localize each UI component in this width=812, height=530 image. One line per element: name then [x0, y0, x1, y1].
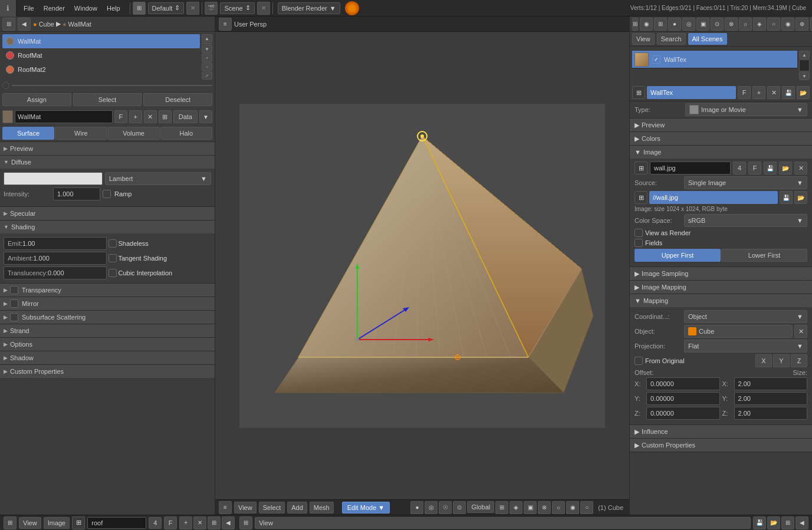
bottom-icon[interactable]: ⊞ [4, 516, 17, 529]
vp-icon-5[interactable]: ⊞ [495, 501, 508, 514]
tex-open-btn[interactable]: 📂 [797, 86, 810, 99]
mat-x-button[interactable]: ✕ [144, 110, 157, 123]
scene-icon[interactable]: 🎬 [205, 2, 218, 15]
workspace-grid-icon[interactable]: ⊞ [133, 2, 146, 15]
z-axis-btn[interactable]: Z [791, 354, 807, 367]
path-open-btn[interactable]: 📂 [794, 191, 807, 204]
right-tab-all-scenes[interactable]: All Scenes [688, 33, 727, 45]
section-diffuse-header[interactable]: ▼ Diffuse ··· [0, 156, 215, 169]
mirror-checkbox[interactable] [10, 299, 18, 308]
x-size-field[interactable]: 2.00 [734, 377, 808, 390]
workspace-close-icon[interactable]: ✕ [186, 2, 199, 15]
scroll-up[interactable]: ▲ [202, 34, 212, 42]
type-dropdown[interactable]: Image or Movie ▼ [685, 103, 807, 116]
material-item-wallmat[interactable]: WallMat [2, 34, 200, 48]
vp-icon-11[interactable]: ○ [580, 501, 593, 514]
tex-plus-btn[interactable]: + [752, 86, 765, 99]
vp-icon-1[interactable]: ● [410, 501, 423, 514]
right-tab-search[interactable]: Search [657, 33, 686, 45]
menu-help[interactable]: Help [102, 4, 125, 13]
bottom-icon-3[interactable]: ⊞ [208, 516, 221, 529]
right-mapping-header[interactable]: ▼ Mapping ··· [630, 294, 812, 307]
bottom-view-field[interactable]: View [255, 517, 751, 529]
image-num-btn[interactable]: 4 [733, 162, 746, 175]
menu-window[interactable]: Window [70, 4, 102, 13]
z-size-field[interactable]: 2.00 [734, 407, 808, 420]
mat-dropdown-btn[interactable]: ▼ [199, 110, 212, 123]
bottom-f-btn[interactable]: F [164, 516, 177, 529]
scene-selector[interactable]: Scene ⇕ [220, 2, 254, 14]
cubic-checkbox[interactable] [109, 269, 117, 277]
select-button[interactable]: Select [73, 93, 142, 106]
scroll-sub[interactable]: − [202, 62, 212, 71]
vp-footer-icon[interactable]: ≡ [219, 501, 232, 514]
object-x-btn[interactable]: ✕ [794, 325, 807, 338]
rp-icon-8[interactable]: ☼ [739, 18, 752, 31]
vp-icon-2[interactable]: ◎ [425, 501, 438, 514]
subsurface-checkbox[interactable] [10, 313, 18, 321]
mat-circle-btn[interactable] [2, 82, 9, 89]
image-path-field[interactable]: //wall.jpg [649, 191, 778, 204]
tab-halo[interactable]: Halo [160, 127, 212, 140]
shadeless-checkbox[interactable] [109, 239, 117, 248]
y-size-field[interactable]: 2.00 [734, 392, 808, 405]
tex-scroll-up[interactable]: ▲ [799, 51, 810, 59]
menu-file[interactable]: File [19, 4, 39, 13]
upper-first-btn[interactable]: Upper First [635, 249, 721, 262]
section-shading-header[interactable]: ▼ Shading ··· [0, 220, 215, 233]
fields-cb[interactable] [635, 239, 643, 247]
lower-first-btn[interactable]: Lower First [721, 249, 807, 262]
rp-icon-7[interactable]: ⊗ [725, 18, 738, 31]
vp-icon-6[interactable]: ◈ [509, 501, 522, 514]
mat-color-btn[interactable] [2, 110, 13, 123]
y-axis-btn[interactable]: Y [773, 354, 790, 367]
bottom-view-btn[interactable]: View [19, 517, 41, 529]
global-btn[interactable]: Global [467, 501, 494, 513]
translucency-field[interactable]: Translucency: 0.000 [4, 266, 107, 279]
right-tab-view[interactable]: View [632, 33, 655, 45]
rp-icon-3[interactable]: ● [668, 18, 681, 31]
bottom-r-icon-3[interactable]: ⊞ [781, 516, 794, 529]
scroll-check[interactable]: ✓ [202, 71, 212, 80]
tangent-checkbox[interactable] [109, 254, 117, 262]
vp-icon-4[interactable]: ⊙ [453, 501, 466, 514]
intensity-value[interactable]: 1.000 [53, 187, 100, 200]
tab-volume[interactable]: Volume [108, 127, 160, 140]
viewport-menu-icon[interactable]: ≡ [219, 18, 232, 31]
tex-check-walltex[interactable]: ✓ [652, 55, 660, 64]
workspace-selector[interactable]: Default ⇕ [148, 2, 185, 14]
add-btn[interactable]: Add [287, 502, 307, 513]
rp-icon-9[interactable]: ◈ [753, 18, 766, 31]
view-as-render-cb[interactable] [635, 229, 643, 237]
img-x-btn[interactable]: ✕ [794, 162, 807, 175]
bottom-r-icon-2[interactable]: 📂 [767, 516, 780, 529]
view-btn[interactable]: View [234, 502, 257, 513]
tab-surface[interactable]: Surface [2, 127, 54, 140]
mat-data-button[interactable]: Data [173, 110, 198, 123]
mat-copy-button[interactable]: ⊞ [159, 110, 172, 123]
mat-f-button[interactable]: F [114, 110, 127, 123]
section-transparency-header[interactable]: ▶ Transparency ··· [0, 284, 215, 297]
z-offset-field[interactable]: 0.00000 [646, 407, 720, 420]
bottom-r-icon-1[interactable]: 💾 [753, 516, 766, 529]
viewport-canvas[interactable] [215, 32, 629, 499]
mat-plus-button[interactable]: + [129, 110, 142, 123]
ramp-checkbox[interactable] [103, 190, 111, 198]
bottom-num-btn[interactable]: 4 [149, 517, 162, 529]
img-f-btn[interactable]: F [748, 162, 761, 175]
right-preview-header[interactable]: ▶ Preview ··· [630, 118, 812, 131]
bottom-icon-1[interactable]: + [179, 516, 192, 529]
tex-save-btn[interactable]: 💾 [782, 86, 795, 99]
emit-field[interactable]: Emit: 1.00 [4, 237, 107, 250]
source-dropdown[interactable]: Single Image ▼ [684, 176, 807, 189]
right-img-mapping-header[interactable]: ▶ Image Mapping ··· [630, 281, 812, 294]
material-item-roofmat[interactable]: RoofMat [2, 48, 200, 62]
section-custom-header-left[interactable]: ▶ Custom Properties ··· [0, 365, 215, 378]
x-axis-btn[interactable]: X [755, 354, 772, 367]
vp-icon-9[interactable]: ☼ [552, 501, 565, 514]
mesh-btn[interactable]: Mesh [310, 502, 334, 513]
from-orig-cb[interactable] [635, 357, 643, 365]
tex-checker-icon[interactable]: ⊞ [632, 86, 645, 99]
rp-icon-4[interactable]: ◎ [682, 18, 695, 31]
vp-icon-3[interactable]: ☉ [439, 501, 452, 514]
